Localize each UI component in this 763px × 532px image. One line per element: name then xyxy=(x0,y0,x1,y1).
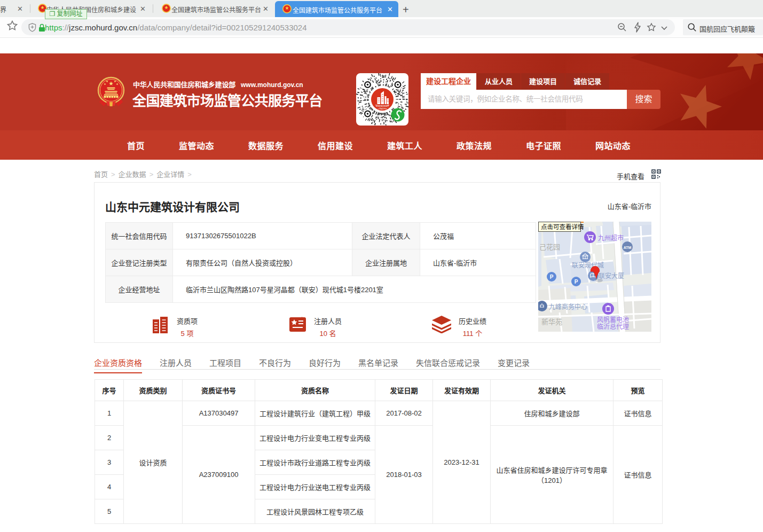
svg-text:临沂总代理: 临沂总代理 xyxy=(597,323,629,331)
svg-text:ATM: ATM xyxy=(624,246,632,249)
svg-text:P: P xyxy=(550,274,554,280)
svg-text:公共服务平台: 公共服务平台 xyxy=(377,107,387,110)
svg-text:九州超市: 九州超市 xyxy=(598,234,624,242)
svg-text:九峰商务中心: 九峰商务中心 xyxy=(549,303,587,311)
svg-text:风帆蓄电池: 风帆蓄电池 xyxy=(597,316,629,324)
svg-text:新华苑: 新华苑 xyxy=(541,318,562,326)
svg-text:点击可查看详情: 点击可查看详情 xyxy=(541,223,584,230)
svg-text:P: P xyxy=(575,279,578,285)
svg-text:联安大厦: 联安大厦 xyxy=(599,272,624,280)
svg-text:己花园: 己花园 xyxy=(539,243,560,251)
svg-text:联安现代城: 联安现代城 xyxy=(572,261,604,269)
